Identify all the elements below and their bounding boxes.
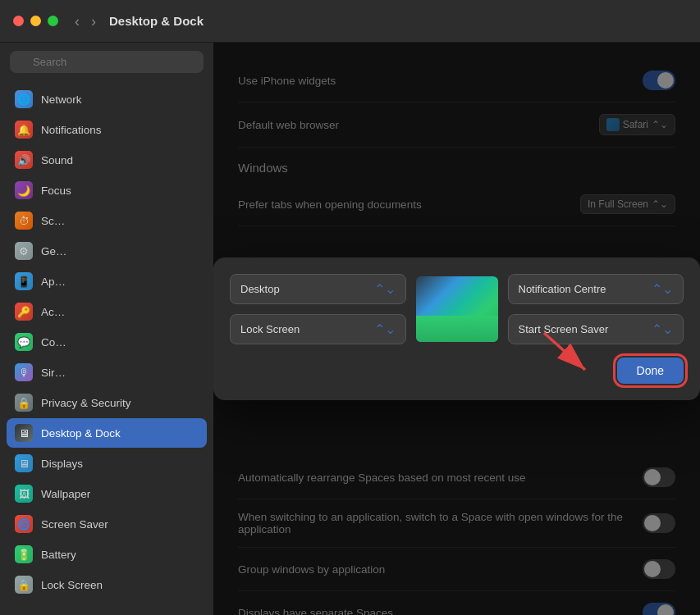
modal-preview: [416, 276, 498, 342]
titlebar: ‹ › Desktop & Dock: [0, 0, 700, 43]
modal-screensaver-dropdown[interactable]: Start Screen Saver ⌃⌄: [508, 314, 684, 344]
sidebar-item-wallpaper[interactable]: 🖼Wallpaper: [7, 479, 207, 508]
sidebar-item-label-network: Network: [41, 93, 82, 106]
sidebar-item-sound[interactable]: 🔊Sound: [7, 145, 207, 175]
maximize-button[interactable]: [48, 16, 58, 26]
close-button[interactable]: [13, 16, 24, 26]
sidebar-item-network[interactable]: 🌐Network: [7, 84, 207, 114]
modal-screensaver-label: Start Screen Saver: [519, 323, 609, 335]
main-layout: ⌕ 🌐Network🔔Notifications🔊Sound🌙Focus⏱Sc……: [0, 43, 700, 615]
sidebar: ⌕ 🌐Network🔔Notifications🔊Sound🌙Focus⏱Sc……: [0, 43, 213, 615]
sidebar-item-screensaver[interactable]: 🌀Screen Saver: [7, 509, 207, 539]
nav-buttons: ‹ ›: [71, 12, 99, 30]
sidebar-item-siri[interactable]: 🎙Sir…: [7, 358, 207, 387]
sidebar-item-label-dock: Desktop & Dock: [41, 427, 121, 440]
modal-lockscreen-label: Lock Screen: [240, 323, 300, 335]
modal-notification-centre-label: Notification Centre: [519, 283, 606, 295]
done-button[interactable]: Done: [617, 358, 684, 384]
screensaver-icon: 🌀: [15, 515, 33, 533]
ap-icon: 📱: [15, 272, 33, 290]
network-icon: 🌐: [15, 90, 33, 108]
sidebar-item-label-ap: Ap…: [41, 276, 66, 288]
modal-footer: Done: [230, 358, 684, 384]
sidebar-item-ac[interactable]: 🔑Ac…: [7, 297, 207, 326]
sidebar-item-lockscreen[interactable]: 🔒Lock Screen: [7, 570, 207, 599]
battery-icon: 🔋: [15, 545, 33, 563]
sidebar-item-label-displays: Displays: [41, 458, 83, 470]
ac-icon: 🔑: [15, 303, 33, 321]
siri-icon: 🎙: [15, 363, 33, 381]
sidebar-item-label-privacy: Privacy & Security: [41, 397, 131, 409]
sidebar-item-label-siri: Sir…: [41, 367, 66, 379]
modal-left-col: Desktop ⌃⌄ Lock Screen ⌃⌄: [230, 274, 406, 344]
dock-icon: 🖥: [15, 424, 33, 442]
sidebar-item-label-sound: Sound: [41, 154, 73, 166]
sidebar-item-label-screensaver: Screen Saver: [41, 518, 108, 531]
sidebar-item-notifications[interactable]: 🔔Notifications: [7, 115, 207, 144]
sidebar-item-focus[interactable]: 🌙Focus: [7, 175, 207, 205]
focus-icon: 🌙: [15, 181, 33, 199]
search-input[interactable]: [10, 51, 204, 73]
window-title: Desktop & Dock: [109, 14, 204, 28]
sidebar-item-label-lockscreen: Lock Screen: [41, 579, 103, 591]
sound-icon: 🔊: [15, 151, 33, 169]
minimize-button[interactable]: [30, 16, 41, 26]
modal-lockscreen-arrow: ⌃⌄: [374, 321, 396, 337]
modal-desktop-dropdown[interactable]: Desktop ⌃⌄: [230, 274, 406, 304]
sidebar-item-label-sc: Sc…: [41, 215, 65, 227]
sidebar-item-label-ac: Ac…: [41, 306, 65, 318]
modal-lockscreen-dropdown[interactable]: Lock Screen ⌃⌄: [230, 314, 406, 344]
sidebar-item-label-wallpaper: Wallpaper: [41, 488, 90, 500]
sidebar-item-label-notifications: Notifications: [41, 124, 102, 136]
sidebar-item-privacy[interactable]: 🔒Privacy & Security: [7, 388, 207, 417]
modal-grid: Desktop ⌃⌄ Lock Screen ⌃⌄: [230, 274, 684, 344]
traffic-lights: [13, 16, 58, 26]
modal-right-col: Notification Centre ⌃⌄ Start Screen Save…: [508, 274, 684, 344]
sidebar-item-label-co: Co…: [41, 336, 66, 348]
modal-desktop-label: Desktop: [240, 283, 280, 295]
back-button[interactable]: ‹: [71, 12, 83, 30]
displays-icon: 🖥: [15, 454, 33, 472]
modal-notification-centre-dropdown[interactable]: Notification Centre ⌃⌄: [508, 274, 684, 304]
sidebar-item-dock[interactable]: 🖥Desktop & Dock: [7, 418, 207, 448]
sidebar-item-co[interactable]: 💬Co…: [7, 327, 207, 357]
sidebar-item-label-battery: Battery: [41, 549, 76, 561]
modal-desktop-arrow: ⌃⌄: [374, 281, 396, 297]
sidebar-item-battery[interactable]: 🔋Battery: [7, 540, 207, 569]
sidebar-item-sc[interactable]: ⏱Sc…: [7, 206, 207, 235]
modal-notification-centre-arrow: ⌃⌄: [652, 281, 673, 297]
search-container: ⌕: [0, 43, 213, 81]
sidebar-item-ap[interactable]: 📱Ap…: [7, 266, 207, 296]
sidebar-list: 🌐Network🔔Notifications🔊Sound🌙Focus⏱Sc…⚙G…: [0, 81, 213, 615]
co-icon: 💬: [15, 333, 33, 351]
modal-preview-image: [416, 276, 498, 342]
wallpaper-icon: 🖼: [15, 485, 33, 503]
sidebar-item-ge[interactable]: ⚙Ge…: [7, 236, 207, 266]
privacy-icon: 🔒: [15, 394, 33, 412]
lockscreen-icon: 🔒: [15, 576, 33, 594]
search-wrapper: ⌕: [10, 51, 204, 73]
forward-button[interactable]: ›: [88, 12, 99, 30]
modal-overlay: Desktop ⌃⌄ Lock Screen ⌃⌄: [213, 43, 700, 615]
modal-dialog: Desktop ⌃⌄ Lock Screen ⌃⌄: [213, 257, 700, 400]
sidebar-item-displays[interactable]: 🖥Displays: [7, 449, 207, 478]
sidebar-item-label-focus: Focus: [41, 184, 71, 197]
sc-icon: ⏱: [15, 212, 33, 230]
sidebar-item-label-ge: Ge…: [41, 245, 67, 257]
notifications-icon: 🔔: [15, 121, 33, 139]
content-area: Use iPhone widgets Default web browser S…: [213, 43, 700, 615]
ge-icon: ⚙: [15, 242, 33, 260]
modal-screensaver-arrow: ⌃⌄: [652, 321, 673, 337]
